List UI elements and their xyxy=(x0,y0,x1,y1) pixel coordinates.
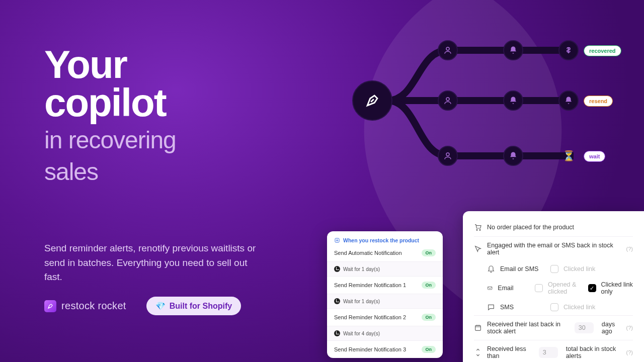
workflow-heading: When you restock the product xyxy=(327,231,443,247)
user-icon xyxy=(438,146,458,166)
condition-row[interactable]: Received less than 3 total back in stock… xyxy=(474,340,633,362)
recovered-pill: recovered xyxy=(584,45,621,56)
checkbox[interactable] xyxy=(550,303,558,311)
shopify-badge-label: Built for Shopify xyxy=(170,302,232,311)
user-icon xyxy=(438,90,458,111)
clock-icon xyxy=(334,266,340,272)
option-row: Email or SMS Clicked link xyxy=(487,261,633,277)
wait-step: Wait for 4 day(s) xyxy=(327,326,443,340)
option-row: SMS Clicked link xyxy=(487,299,633,315)
built-for-shopify-badge: 💎 Built for Shopify xyxy=(146,297,241,315)
bell-icon xyxy=(487,265,495,273)
svg-point-2 xyxy=(446,153,449,156)
wait-pill: wait xyxy=(584,151,605,162)
dollar-icon xyxy=(558,40,579,60)
wait-step: Wait for 1 day(s) xyxy=(327,294,443,308)
email-icon xyxy=(487,284,493,292)
help-icon[interactable]: (?) xyxy=(626,246,633,252)
svg-rect-6 xyxy=(488,287,492,290)
cursor-icon xyxy=(474,245,482,253)
brand-row: restock rocket 💎 Built for Shopify xyxy=(44,297,241,315)
flow-diagram: recovered resend ⏳ wait xyxy=(342,30,634,181)
subhead-2: sales xyxy=(44,158,98,185)
workflow-step[interactable]: Send Reminder Notification 3 On xyxy=(327,340,443,358)
workflow-card: When you restock the product Send Automa… xyxy=(327,231,443,358)
svg-point-4 xyxy=(476,229,477,230)
headline-2: copilot xyxy=(44,80,166,125)
condition-row[interactable]: Received their last back in stock alert … xyxy=(474,315,633,340)
resend-pill: resend xyxy=(584,96,613,107)
help-icon[interactable]: (?) xyxy=(626,325,633,331)
bell-icon xyxy=(503,40,523,60)
clock-icon xyxy=(334,330,340,336)
bell-icon xyxy=(503,146,523,166)
checkbox-checked[interactable] xyxy=(588,284,596,292)
subhead-1: in recovering xyxy=(44,127,176,153)
on-badge: On xyxy=(422,346,436,353)
brand-name: restock rocket xyxy=(61,300,126,312)
help-icon[interactable]: (?) xyxy=(626,349,633,355)
days-input[interactable]: 30 xyxy=(575,322,594,333)
cart-icon xyxy=(474,223,482,231)
checkbox[interactable] xyxy=(535,284,543,292)
workflow-step[interactable]: Send Reminder Notification 1 On xyxy=(327,276,443,294)
on-badge: On xyxy=(422,282,436,289)
sms-icon xyxy=(487,303,495,311)
workflow-step[interactable]: Send Automatic Notification On xyxy=(327,247,443,261)
count-input[interactable]: 3 xyxy=(539,347,558,358)
bell-icon xyxy=(558,90,579,111)
sort-icon xyxy=(474,348,482,356)
condition-row[interactable]: No order placed for the product xyxy=(474,221,633,236)
hourglass-emoji: ⏳ xyxy=(558,146,579,166)
option-row: Email Opened & clicked Clicked link only xyxy=(487,277,633,299)
user-icon xyxy=(438,40,458,60)
checkbox[interactable] xyxy=(550,265,558,273)
wait-step: Wait for 1 day(s) xyxy=(327,261,443,276)
svg-rect-7 xyxy=(475,325,481,330)
headline-1: Your xyxy=(44,42,127,86)
diamond-icon: 💎 xyxy=(155,301,166,311)
rocket-node xyxy=(352,80,392,121)
svg-point-1 xyxy=(446,98,449,101)
hero-block: Your copilot in recovering sales xyxy=(44,45,286,186)
bell-icon xyxy=(503,90,523,111)
condition-row[interactable]: Engaged with the email or SMS back in st… xyxy=(474,236,633,261)
description-text: Send reminder alerts, renotify previous … xyxy=(44,241,261,285)
svg-point-5 xyxy=(479,229,480,230)
conditions-card: No order placed for the product Engaged … xyxy=(463,211,644,362)
on-badge: On xyxy=(422,249,436,256)
engagement-options: Email or SMS Clicked link Email Opened &… xyxy=(474,261,633,315)
on-badge: On xyxy=(422,314,436,321)
clock-icon xyxy=(334,298,340,304)
calendar-icon xyxy=(474,324,482,332)
rocket-icon xyxy=(44,300,56,312)
workflow-step[interactable]: Send Reminder Notification 2 On xyxy=(327,308,443,326)
svg-point-0 xyxy=(446,47,449,50)
brand-logo: restock rocket xyxy=(44,300,126,312)
